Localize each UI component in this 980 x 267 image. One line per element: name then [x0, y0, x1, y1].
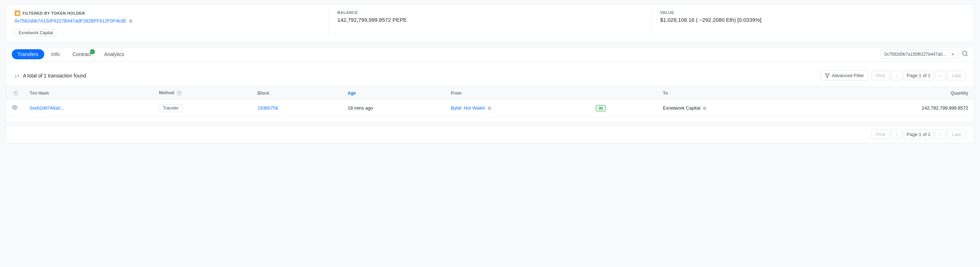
col-from: From	[445, 87, 590, 100]
bottom-page-info: Page 1 of 1	[904, 130, 934, 139]
to-copy-icon[interactable]: ⧉	[703, 106, 706, 111]
to-address: Exnetwork Capital	[663, 105, 700, 111]
row-quantity: 142,792,799,999.8572	[811, 100, 974, 117]
value-section: VALUE $1,028,108.16 ( ~292.2080 Eth) [0.…	[660, 10, 966, 37]
filter-icon	[825, 73, 830, 78]
close-search-button[interactable]: ×	[951, 51, 955, 57]
col-direction	[590, 87, 657, 100]
value-label: VALUE	[660, 10, 966, 14]
row-from: Bybit: Hot Wallet ⧉	[445, 100, 590, 117]
sort-icon: ↓↑	[14, 73, 20, 78]
col-to: To	[657, 87, 811, 100]
from-link[interactable]: Bybit: Hot Wallet	[451, 105, 485, 111]
direction-badge: IN	[596, 105, 606, 111]
row-method: Transfer	[153, 100, 251, 117]
col-eye: ?	[6, 87, 24, 100]
block-link[interactable]: 19360756	[258, 105, 278, 111]
tabs-left: Transfers Info Contract ✓ Analytics	[12, 47, 130, 61]
search-address-box: 0x7582d0b7a150f6227b447a0... ×	[880, 49, 959, 59]
bottom-bar: First ‹ Page 1 of 1 › Last	[6, 126, 974, 143]
txn-hash-link[interactable]: 0xe62d9746a0...	[30, 105, 64, 111]
filter-label: FILTERED BY TOKEN HOLDER	[22, 11, 85, 15]
bottom-prev-button[interactable]: ‹	[891, 130, 902, 139]
filter-icon: ▣	[14, 10, 20, 16]
exnetwork-tag[interactable]: Exnetwork Capital	[14, 29, 57, 37]
row-block: 19360756	[252, 100, 342, 117]
next-page-button[interactable]: ›	[935, 71, 946, 80]
tag-badge-wrapper: Exnetwork Capital	[14, 26, 320, 37]
svg-point-3	[14, 107, 15, 108]
content-header: ↓↑ A total of 1 transaction found Advanc…	[6, 67, 974, 86]
first-page-button[interactable]: First	[872, 71, 890, 80]
balance-section: BALANCE 142,792,799,999.8572 PEPE	[337, 10, 651, 37]
main-content: ↓↑ A total of 1 transaction found Advanc…	[6, 62, 974, 123]
row-direction: IN	[590, 100, 657, 117]
controls-right: Advanced Filter First ‹ Page 1 of 1 › La…	[820, 70, 966, 81]
tab-contract[interactable]: Contract ✓	[67, 47, 97, 61]
transfers-table: ? Txn Hash Method ? Block Age From To Qu…	[6, 86, 974, 117]
search-icon	[962, 50, 968, 57]
table-header-row: ? Txn Hash Method ? Block Age From To Qu…	[6, 87, 974, 100]
pagination-controls: First ‹ Page 1 of 1 › Last	[872, 71, 966, 80]
col-txn-hash: Txn Hash	[24, 87, 153, 100]
address-link[interactable]: 0x7582d0b7A150F6227B447a0F282BFF612F0F4b…	[14, 18, 126, 24]
advanced-filter-button[interactable]: Advanced Filter	[820, 70, 869, 81]
bottom-next-button[interactable]: ›	[935, 130, 946, 139]
method-help-icon[interactable]: ?	[177, 91, 181, 96]
tab-transfers[interactable]: Transfers	[12, 49, 44, 59]
advanced-filter-label: Advanced Filter	[832, 73, 864, 78]
col-block: Block	[252, 87, 342, 100]
page-info: Page 1 of 1	[904, 71, 934, 80]
tab-analytics[interactable]: Analytics	[99, 47, 130, 61]
col-age: Age	[342, 87, 445, 100]
balance-value: 142,792,799,999.8572 PEPE	[337, 17, 643, 23]
filter-section: ▣ FILTERED BY TOKEN HOLDER 0x7582d0b7A15…	[14, 10, 329, 37]
search-button[interactable]	[962, 50, 968, 58]
contract-checkmark: ✓	[90, 49, 95, 54]
col-method: Method ?	[153, 87, 251, 100]
address-row: 0x7582d0b7A150F6227B447a0F282BFF612F0F4b…	[14, 18, 320, 24]
filter-header: ▣ FILTERED BY TOKEN HOLDER	[14, 10, 320, 16]
top-info-bar: ▣ FILTERED BY TOKEN HOLDER 0x7582d0b7A15…	[6, 4, 974, 43]
balance-label: BALANCE	[337, 10, 643, 14]
eye-icon	[12, 105, 18, 110]
table-row: 0xe62d9746a0... Transfer 19360756 18 min…	[6, 100, 974, 117]
txn-count: ↓↑ A total of 1 transaction found	[14, 73, 86, 78]
from-copy-icon[interactable]: ⧉	[488, 106, 491, 111]
row-eye[interactable]	[6, 100, 24, 117]
prev-page-button[interactable]: ‹	[891, 71, 902, 80]
row-txn-hash: 0xe62d9746a0...	[24, 100, 153, 117]
row-to: Exnetwork Capital ⧉	[657, 100, 811, 117]
txn-count-text: A total of 1 transaction found	[23, 73, 86, 78]
col-quantity: Quantity	[811, 87, 974, 100]
svg-marker-2	[825, 73, 829, 78]
svg-line-1	[966, 55, 967, 56]
tab-info[interactable]: Info	[46, 47, 65, 61]
row-age: 18 mins ago	[342, 100, 445, 117]
last-page-button[interactable]: Last	[947, 71, 966, 80]
value-text: $1,028,108.16 ( ~292.2080 Eth) [0.0339%]	[660, 17, 966, 23]
method-badge: Transfer	[159, 104, 182, 112]
bottom-last-button[interactable]: Last	[947, 130, 966, 139]
copy-icon[interactable]: ⧉	[129, 19, 132, 24]
tabs-right: 0x7582d0b7a150f6227b447a0... ×	[880, 49, 968, 59]
tabs-bar: Transfers Info Contract ✓ Analytics 0x75…	[6, 47, 974, 62]
bottom-first-button[interactable]: First	[872, 130, 890, 139]
help-icon[interactable]: ?	[13, 91, 18, 96]
search-address-text: 0x7582d0b7a150f6227b447a0...	[885, 52, 948, 57]
